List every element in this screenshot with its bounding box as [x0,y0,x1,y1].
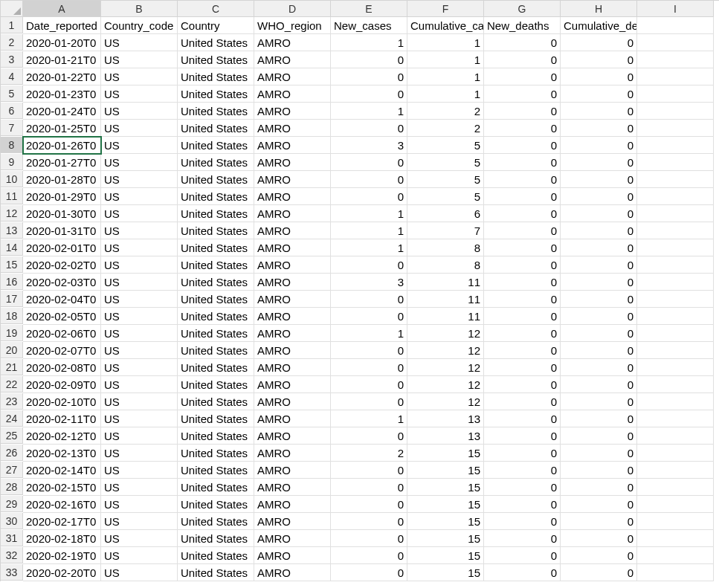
cell-28-E[interactable]: 0 [331,479,407,496]
cell-25-F[interactable]: 13 [407,427,484,445]
cell-33-E[interactable]: 0 [331,564,407,581]
cell-28-G[interactable]: 0 [484,479,561,496]
cell-14-B[interactable]: US [101,239,178,256]
cell-19-I[interactable] [637,325,714,342]
cell-25-G[interactable]: 0 [484,427,561,445]
cell-18-C[interactable]: United States [178,308,254,325]
row-header-23[interactable]: 23 [1,393,23,410]
cell-14-E[interactable]: 1 [331,239,407,256]
cell-15-H[interactable]: 0 [561,256,637,274]
cell-26-F[interactable]: 15 [407,445,484,462]
col-header-F[interactable]: F [407,1,484,17]
cell-31-H[interactable]: 0 [561,530,637,547]
cell-15-D[interactable]: AMRO [254,256,331,274]
cell-28-F[interactable]: 15 [407,479,484,496]
row-header-10[interactable]: 10 [1,171,23,187]
cell-21-C[interactable]: United States [178,359,254,376]
col-header-D[interactable]: D [254,1,331,17]
cell-30-G[interactable]: 0 [484,513,561,530]
col-header-B[interactable]: B [101,1,178,17]
cell-4-H[interactable]: 0 [561,68,637,85]
cell-6-I[interactable] [637,103,714,120]
cell-17-G[interactable]: 0 [484,291,561,308]
row-header-8[interactable]: 8 [1,137,23,153]
cell-7-I[interactable] [637,120,714,137]
cell-30-B[interactable]: US [101,513,178,530]
cell-14-C[interactable]: United States [178,239,254,256]
cell-11-F[interactable]: 5 [407,188,484,205]
cell-4-G[interactable]: 0 [484,68,561,85]
cell-28-I[interactable] [637,479,714,496]
spreadsheet-grid[interactable]: ABCDEFGHI1Date_reportedCountry_codeCount… [0,0,719,581]
col-header-H[interactable]: H [561,1,637,17]
cell-28-C[interactable]: United States [178,479,254,496]
cell-4-C[interactable]: United States [178,68,254,85]
cell-8-B[interactable]: US [101,137,178,154]
cell-16-F[interactable]: 11 [407,274,484,291]
cell-27-G[interactable]: 0 [484,462,561,479]
cell-26-C[interactable]: United States [178,445,254,462]
cell-18-G[interactable]: 0 [484,308,561,325]
cell-1-A[interactable]: Date_reported [23,17,101,34]
row-header-16[interactable]: 16 [1,274,23,290]
cell-27-E[interactable]: 0 [331,462,407,479]
col-header-C[interactable]: C [178,1,254,17]
cell-16-I[interactable] [637,274,714,291]
cell-9-A[interactable]: 2020-01-27T0 [23,154,101,171]
cell-20-E[interactable]: 0 [331,342,407,359]
cell-3-D[interactable]: AMRO [254,51,331,68]
cell-5-B[interactable]: US [101,85,178,103]
cell-29-G[interactable]: 0 [484,496,561,513]
cell-29-D[interactable]: AMRO [254,496,331,513]
cell-26-E[interactable]: 2 [331,445,407,462]
row-header-27[interactable]: 27 [1,462,23,478]
cell-29-F[interactable]: 15 [407,496,484,513]
cell-33-G[interactable]: 0 [484,564,561,581]
cell-25-C[interactable]: United States [178,427,254,445]
cell-26-G[interactable]: 0 [484,445,561,462]
row-header-1[interactable]: 1 [1,17,23,33]
cell-30-I[interactable] [637,513,714,530]
cell-24-F[interactable]: 13 [407,410,484,427]
cell-3-E[interactable]: 0 [331,51,407,68]
cell-24-B[interactable]: US [101,410,178,427]
cell-31-I[interactable] [637,530,714,547]
cell-16-C[interactable]: United States [178,274,254,291]
cell-15-I[interactable] [637,256,714,274]
cell-8-A[interactable]: 2020-01-26T0 [23,137,101,154]
cell-10-G[interactable]: 0 [484,171,561,188]
cell-28-B[interactable]: US [101,479,178,496]
cell-25-A[interactable]: 2020-02-12T0 [23,427,101,445]
cell-5-G[interactable]: 0 [484,85,561,103]
cell-1-D[interactable]: WHO_region [254,17,331,34]
cell-23-E[interactable]: 0 [331,393,407,410]
row-header-30[interactable]: 30 [1,513,23,529]
cell-20-G[interactable]: 0 [484,342,561,359]
row-header-26[interactable]: 26 [1,445,23,461]
cell-2-D[interactable]: AMRO [254,34,331,51]
cell-27-B[interactable]: US [101,462,178,479]
cell-12-H[interactable]: 0 [561,205,637,222]
cell-1-C[interactable]: Country [178,17,254,34]
cell-33-I[interactable] [637,564,714,581]
cell-7-B[interactable]: US [101,120,178,137]
row-header-15[interactable]: 15 [1,256,23,273]
cell-9-C[interactable]: United States [178,154,254,171]
cell-17-D[interactable]: AMRO [254,291,331,308]
cell-25-I[interactable] [637,427,714,445]
cell-22-A[interactable]: 2020-02-09T0 [23,376,101,393]
cell-31-B[interactable]: US [101,530,178,547]
cell-5-H[interactable]: 0 [561,85,637,103]
cell-29-B[interactable]: US [101,496,178,513]
cell-23-B[interactable]: US [101,393,178,410]
cell-19-G[interactable]: 0 [484,325,561,342]
cell-33-C[interactable]: United States [178,564,254,581]
cell-5-I[interactable] [637,85,714,103]
cell-32-B[interactable]: US [101,547,178,564]
row-header-25[interactable]: 25 [1,427,23,444]
cell-2-I[interactable] [637,34,714,51]
cell-3-G[interactable]: 0 [484,51,561,68]
cell-4-I[interactable] [637,68,714,85]
cell-3-A[interactable]: 2020-01-21T0 [23,51,101,68]
cell-12-B[interactable]: US [101,205,178,222]
